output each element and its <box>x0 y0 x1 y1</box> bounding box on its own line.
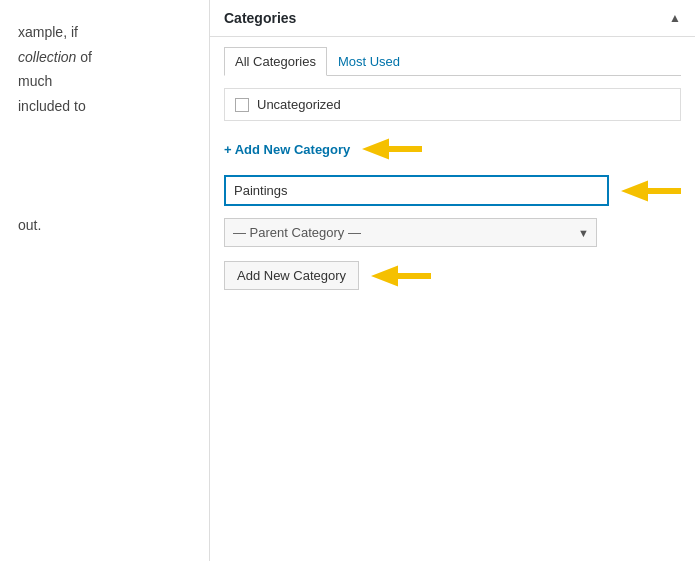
new-category-input[interactable] <box>224 175 609 206</box>
arrow-2-icon <box>621 177 681 205</box>
widget-body: All Categories Most Used Uncategorized +… <box>210 37 695 300</box>
tab-all-categories[interactable]: All Categories <box>224 47 327 76</box>
svg-marker-0 <box>362 139 422 160</box>
category-uncategorized[interactable]: Uncategorized <box>235 97 670 112</box>
uncategorized-checkbox[interactable] <box>235 98 249 112</box>
add-new-link-row: + Add New Category <box>224 135 681 163</box>
widget-title: Categories <box>224 10 296 26</box>
parent-category-wrapper: — Parent Category — ▼ <box>224 218 597 247</box>
left-text-2: out. <box>18 213 191 238</box>
arrow-3-icon <box>371 262 431 290</box>
arrow-1-icon <box>362 135 422 163</box>
add-new-category-button[interactable]: Add New Category <box>224 261 359 290</box>
add-button-row: Add New Category <box>224 261 681 290</box>
category-tabs: All Categories Most Used <box>224 47 681 76</box>
categories-widget: Categories ▲ All Categories Most Used Un… <box>210 0 695 561</box>
widget-header: Categories ▲ <box>210 0 695 37</box>
toggle-arrow-icon[interactable]: ▲ <box>669 11 681 25</box>
uncategorized-label: Uncategorized <box>257 97 341 112</box>
svg-marker-2 <box>371 265 431 286</box>
tab-most-used[interactable]: Most Used <box>327 47 411 76</box>
parent-category-select[interactable]: — Parent Category — <box>224 218 597 247</box>
parent-category-row: — Parent Category — ▼ <box>224 218 681 247</box>
categories-list: Uncategorized <box>224 88 681 121</box>
add-new-category-link[interactable]: + Add New Category <box>224 142 350 157</box>
left-text: xample, if collection of much included t… <box>18 20 191 118</box>
svg-marker-1 <box>621 180 681 201</box>
left-text-panel: xample, if collection of much included t… <box>0 0 210 561</box>
new-category-input-row <box>224 175 681 206</box>
